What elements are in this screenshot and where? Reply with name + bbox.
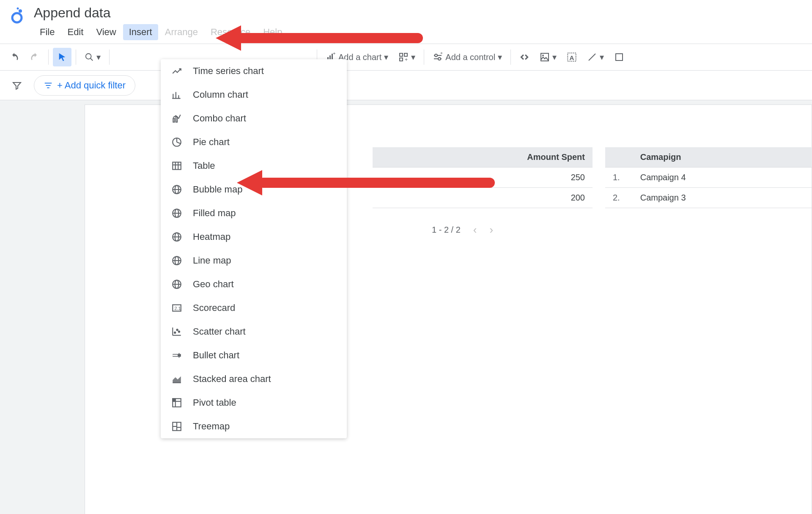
table-header: Amount Spent — [373, 147, 593, 168]
canvas[interactable]: Amount Spent 250 200 1 - 2 / 2 ‹ › Camap… — [0, 100, 812, 514]
svg-point-2 — [17, 8, 19, 10]
insert-menu-item-label: Bubble map — [193, 184, 242, 195]
add-quick-filter-button[interactable]: + Add quick filter — [34, 75, 135, 96]
globe-icon — [171, 207, 183, 219]
quick-filter-label: + Add quick filter — [57, 80, 126, 91]
insert-menu-item-scatter-chart[interactable]: Scatter chart — [161, 320, 347, 344]
menu-insert[interactable]: Insert — [123, 24, 158, 40]
table-row[interactable]: 200 — [373, 188, 593, 208]
selection-tool[interactable] — [53, 48, 71, 66]
insert-menu-item-label: Pivot table — [193, 397, 236, 408]
svg-rect-10 — [404, 53, 407, 56]
insert-menu-item-time-series-chart[interactable]: Time series chart — [161, 59, 347, 83]
svg-rect-31 — [173, 118, 174, 122]
svg-text:+: + — [333, 52, 335, 56]
embed-button[interactable] — [515, 48, 534, 66]
svg-point-15 — [435, 54, 437, 57]
combo-icon — [171, 113, 183, 124]
campaign-table[interactable]: Camapign 1.Campaign 4 2.Campaign 3 — [605, 147, 812, 208]
insert-menu-item-label: Column chart — [193, 89, 248, 100]
svg-point-59 — [174, 332, 176, 333]
insert-menu-item-label: Filled map — [193, 208, 236, 219]
next-page-button[interactable]: › — [489, 223, 493, 236]
chevron-down-icon: ▾ — [384, 52, 388, 62]
insert-menu-item-label: Heatmap — [193, 231, 230, 242]
svg-rect-23 — [616, 54, 623, 60]
image-dropdown[interactable]: ▾ — [535, 48, 561, 66]
undo-button[interactable] — [5, 48, 24, 66]
insert-menu-item-combo-chart[interactable]: Combo chart — [161, 107, 347, 130]
insert-menu-item-label: Line map — [193, 255, 231, 266]
menu-arrange[interactable]: Arrange — [159, 24, 204, 40]
shape-button[interactable] — [610, 48, 628, 66]
insert-menu-item-filled-map[interactable]: Filled map — [161, 201, 347, 225]
table-pagination: 1 - 2 / 2 ‹ › — [432, 223, 493, 236]
insert-menu-item-label: Bullet chart — [193, 350, 239, 361]
svg-point-61 — [178, 331, 180, 332]
svg-rect-11 — [400, 58, 403, 61]
table-icon — [171, 160, 183, 172]
insert-menu-item-scorecard[interactable]: 2.1Scorecard — [161, 296, 347, 320]
insert-menu-item-pie-chart[interactable]: Pie chart — [161, 130, 347, 154]
filter-icon[interactable] — [8, 76, 26, 95]
insert-menu-item-stacked-area-chart[interactable]: Stacked area chart — [161, 367, 347, 391]
community-viz-dropdown[interactable]: +▾ — [394, 48, 420, 66]
menu-edit[interactable]: Edit — [61, 24, 89, 40]
pivot-icon — [171, 397, 183, 409]
svg-rect-36 — [173, 162, 181, 169]
insert-menu-item-label: Time series chart — [193, 66, 264, 77]
insert-menu-item-bullet-chart[interactable]: Bullet chart — [161, 344, 347, 367]
pagination-range: 1 - 2 / 2 — [432, 225, 461, 235]
filter-bar: + Add quick filter — [0, 71, 812, 100]
redo-button[interactable] — [25, 48, 44, 66]
insert-menu-item-label: Scorecard — [193, 302, 235, 313]
svg-point-19 — [542, 55, 544, 56]
insert-menu-item-pivot-table[interactable]: Pivot table — [161, 391, 347, 415]
prev-page-button[interactable]: ‹ — [473, 223, 477, 236]
zoom-dropdown[interactable]: ▾ — [80, 48, 105, 66]
add-control-label: Add a control — [445, 52, 495, 62]
insert-menu-item-column-chart[interactable]: Column chart — [161, 83, 347, 107]
scatter-icon — [171, 326, 183, 338]
svg-text:+: + — [440, 52, 443, 55]
text-button[interactable]: A — [562, 48, 581, 66]
insert-menu-item-label: Combo chart — [193, 113, 246, 124]
svg-line-4 — [91, 58, 93, 61]
insert-menu-item-line-map[interactable]: Line map — [161, 249, 347, 272]
svg-line-22 — [589, 54, 595, 60]
area-icon — [171, 373, 183, 385]
insert-menu-item-label: Stacked area chart — [193, 374, 271, 385]
table-row[interactable]: 2.Campaign 3 — [605, 188, 812, 208]
insert-dropdown-menu: Time series chartColumn chartCombo chart… — [161, 59, 347, 438]
menu-file[interactable]: File — [34, 24, 60, 40]
document-title[interactable]: Append data — [34, 3, 804, 22]
treemap-icon — [171, 421, 183, 432]
pie-icon — [171, 136, 183, 148]
insert-menu-item-heatmap[interactable]: Heatmap — [161, 225, 347, 249]
insert-menu-item-label: Pie chart — [193, 137, 230, 148]
svg-line-35 — [177, 142, 181, 143]
svg-point-1 — [19, 9, 22, 13]
svg-text:A: A — [570, 54, 574, 61]
svg-point-3 — [86, 54, 91, 59]
timeseries-icon — [171, 65, 183, 77]
svg-point-16 — [438, 58, 441, 60]
filter-lines-icon — [44, 81, 53, 90]
scorecard-icon: 2.1 — [171, 302, 183, 314]
svg-rect-9 — [400, 53, 403, 56]
chevron-down-icon: ▾ — [498, 52, 502, 62]
svg-text:+: + — [405, 57, 408, 62]
svg-point-60 — [176, 329, 178, 330]
insert-menu-item-label: Table — [193, 160, 215, 171]
chevron-down-icon: ▾ — [600, 52, 604, 62]
toolbar: ▾ + Add a chart ▾ +▾ + Add a control ▾ ▾… — [0, 44, 812, 71]
svg-point-0 — [12, 13, 22, 22]
insert-menu-item-label: Treemap — [193, 421, 230, 432]
add-control-dropdown[interactable]: + Add a control ▾ — [428, 48, 506, 66]
table-row[interactable]: 1.Campaign 4 — [605, 168, 812, 188]
menu-view[interactable]: View — [90, 24, 122, 40]
insert-menu-item-geo-chart[interactable]: Geo chart — [161, 272, 347, 296]
globe-icon — [171, 184, 183, 195]
line-dropdown[interactable]: ▾ — [583, 48, 608, 66]
insert-menu-item-treemap[interactable]: Treemap — [161, 415, 347, 438]
